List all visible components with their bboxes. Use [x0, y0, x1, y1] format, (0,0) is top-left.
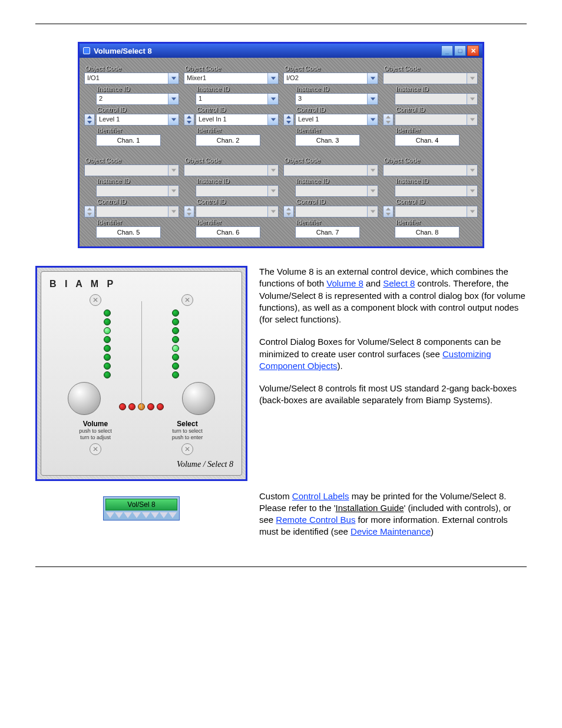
object-code-label: Object Code: [185, 157, 279, 164]
device-maint-link[interactable]: Device Maintenance: [351, 526, 431, 536]
control-id-label: Control ID: [85, 106, 179, 113]
control-id-spinner[interactable]: [184, 114, 194, 126]
object-code-label: Object Code: [285, 65, 378, 72]
minimize-button[interactable]: _: [441, 45, 453, 56]
instance-id-dropdown[interactable]: 3: [295, 93, 378, 105]
volume-subtitle: push to select turn to adjust: [51, 428, 140, 441]
identifier-input[interactable]: [295, 226, 360, 238]
object-code-dropdown[interactable]: I/O2: [283, 73, 378, 84]
select-knob: [182, 382, 215, 415]
chevron-down-icon: [367, 73, 378, 84]
object-code-label: Object Code: [85, 65, 179, 72]
control-id-spinner[interactable]: [84, 114, 95, 126]
instance-id-label: Instance ID: [197, 85, 279, 93]
identifier-input[interactable]: [96, 226, 161, 238]
instance-id-dropdown[interactable]: 2: [96, 93, 179, 105]
screw-icon: ✕: [90, 294, 101, 306]
object-code-dropdown[interactable]: [383, 164, 478, 176]
channel-config: Object Code Mixer1 Instance ID 1 Control…: [183, 62, 280, 147]
volume-8-link[interactable]: Volume 8: [326, 278, 363, 288]
channel-config: Object Code I/O2 Instance ID 3 Control I…: [282, 62, 379, 147]
instance-id-dropdown[interactable]: [196, 185, 279, 197]
component-block: Vol/Sel 8: [103, 496, 180, 521]
device-panel-figure: B I A M P ✕✕: [35, 266, 247, 481]
chevron-down-icon: [367, 206, 378, 217]
chevron-down-icon: [467, 114, 477, 125]
chevron-down-icon: [467, 73, 477, 84]
paragraph-2: Control Dialog Boxes for Volume/Select 8…: [259, 336, 527, 372]
select-subtitle: turn to select push to enter: [143, 428, 232, 441]
control-id-dropdown[interactable]: Level 1: [295, 114, 378, 126]
identifier-input[interactable]: [196, 134, 260, 146]
control-id-spinner[interactable]: [283, 114, 294, 126]
content-row-1: B I A M P ✕✕: [35, 266, 527, 481]
chevron-down-icon: [168, 94, 178, 104]
rule-top: [35, 24, 527, 24]
rule-bottom: [35, 566, 527, 567]
object-code-dropdown[interactable]: [84, 164, 179, 176]
control-id-label: Control ID: [185, 198, 279, 205]
identifier-label: Identifier: [396, 127, 478, 134]
remote-bus-link[interactable]: Remote Control Bus: [276, 515, 355, 525]
control-id-label: Control ID: [285, 198, 378, 205]
instance-id-dropdown[interactable]: [295, 185, 378, 197]
instance-id-label: Instance ID: [97, 177, 179, 185]
control-id-spinner: [184, 206, 194, 218]
chevron-down-icon: [367, 114, 378, 125]
content-row-2: Vol/Sel 8 Custom Control Labels may be p…: [35, 490, 527, 549]
identifier-input[interactable]: [196, 226, 260, 238]
brand-label: B I A M P: [49, 279, 233, 289]
instance-id-label: Instance ID: [296, 177, 378, 185]
maximize-button[interactable]: □: [454, 45, 466, 56]
chevron-down-icon: [168, 114, 178, 125]
instance-id-dropdown[interactable]: [395, 185, 478, 197]
chevron-down-icon: [267, 114, 278, 125]
chevron-down-icon: [367, 186, 378, 196]
identifier-input[interactable]: [295, 134, 360, 146]
object-code-dropdown[interactable]: [283, 164, 378, 176]
control-id-dropdown: [196, 206, 279, 218]
control-id-dropdown: [96, 206, 179, 218]
identifier-label: Identifier: [197, 127, 279, 134]
chevron-down-icon: [168, 206, 178, 217]
block-label: Vol/Sel 8: [105, 499, 177, 510]
object-code-label: Object Code: [285, 157, 378, 164]
close-button[interactable]: ✕: [467, 45, 479, 56]
control-id-dropdown[interactable]: Level 1: [96, 114, 179, 126]
object-code-dropdown[interactable]: [184, 164, 279, 176]
control-id-label: Control ID: [384, 106, 478, 113]
select-8-link[interactable]: Select 8: [383, 278, 415, 288]
instance-id-dropdown[interactable]: 1: [196, 93, 279, 105]
object-code-label: Object Code: [85, 157, 179, 164]
control-labels-link[interactable]: Control Labels: [292, 491, 349, 501]
window-icon: [83, 47, 90, 54]
window-title: Volume/Select 8: [94, 47, 152, 55]
identifier-label: Identifier: [396, 219, 478, 226]
object-code-dropdown[interactable]: Mixer1: [184, 73, 279, 84]
control-id-label: Control ID: [185, 106, 279, 113]
instance-id-label: Instance ID: [396, 85, 478, 93]
chevron-down-icon: [367, 94, 378, 104]
identifier-input[interactable]: [96, 134, 161, 146]
channel-config: Object Code Instance ID Control ID Ident…: [382, 154, 479, 239]
identifier-input[interactable]: [395, 226, 459, 238]
identifier-input[interactable]: [395, 134, 459, 146]
chevron-down-icon: [168, 186, 178, 196]
instance-id-label: Instance ID: [197, 177, 279, 185]
chevron-down-icon: [267, 73, 278, 84]
titlebar[interactable]: Volume/Select 8 _ □ ✕: [80, 44, 482, 58]
identifier-label: Identifier: [97, 219, 179, 226]
object-code-dropdown[interactable]: I/O1: [84, 73, 179, 84]
object-code-label: Object Code: [185, 65, 279, 72]
identifier-label: Identifier: [197, 219, 279, 226]
control-id-spinner: [84, 206, 95, 218]
channel-config: Object Code I/O1 Instance ID 2 Control I…: [83, 62, 180, 147]
control-id-dropdown[interactable]: Level In 1: [196, 114, 279, 126]
object-code-dropdown[interactable]: [383, 73, 478, 84]
control-id-spinner: [383, 206, 394, 218]
paragraph-1: The Volume 8 is an external control devi…: [259, 266, 527, 325]
install-guide-text: Installation Guide: [336, 503, 404, 513]
control-id-dropdown: [395, 206, 478, 218]
instance-id-dropdown[interactable]: [96, 185, 179, 197]
instance-id-dropdown[interactable]: [395, 93, 478, 105]
